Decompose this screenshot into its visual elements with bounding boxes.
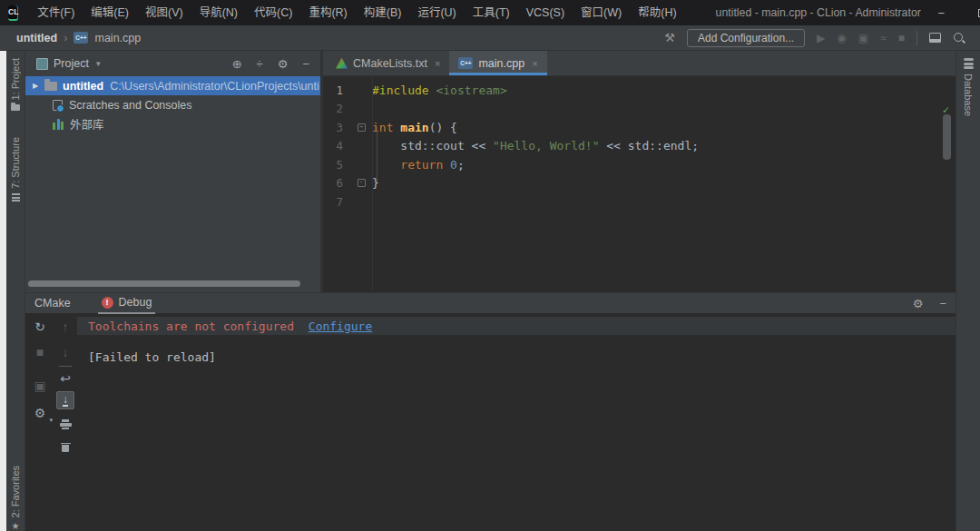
line-number: 7	[323, 195, 350, 209]
print-icon[interactable]	[56, 415, 74, 433]
tree-row-scratches[interactable]: Scratches and Consoles	[25, 95, 320, 114]
code-editor[interactable]: ✓ 1#include <iostream>23−int main() {4 s…	[323, 76, 956, 291]
breadcrumb-project[interactable]: untitled	[16, 32, 57, 44]
project-tool-window: Project ▾ ⊕ ÷ ⚙ − ▶ untitled C:\Users\Ad…	[25, 51, 320, 292]
code-line-4[interactable]: 4 std::cout << "Hello, World!" << std::e…	[323, 137, 956, 156]
configure-link[interactable]: Configure	[309, 320, 372, 333]
cmake-panel-title[interactable]: CMake	[34, 297, 71, 310]
soft-wrap-icon[interactable]: ↩	[56, 369, 74, 388]
scratches-icon	[53, 100, 63, 111]
clear-all-icon[interactable]	[56, 438, 74, 456]
menu-item-3[interactable]: 导航(N)	[191, 0, 246, 25]
tab-main-cpp[interactable]: C++ main.cpp ×	[449, 51, 546, 75]
debug-tab-label: Debug	[119, 296, 152, 309]
fold-gutter[interactable]: −	[350, 123, 372, 132]
navigation-toolbar: untitled › C++ main.cpp ⚒ Add Configurat…	[0, 25, 980, 51]
structure-icon	[12, 193, 20, 202]
favorites-stripe-label: 2: Favorites	[10, 466, 21, 517]
tree-item-name: Scratches and Consoles	[69, 99, 192, 112]
expand-arrow-icon[interactable]: ▶	[33, 82, 40, 90]
toolwindow-button-structure[interactable]: 7: Structure	[6, 137, 24, 202]
code-line-1[interactable]: 1#include <iostream>	[323, 81, 956, 100]
add-configuration-button[interactable]: Add Configuration...	[687, 29, 805, 47]
line-number: 4	[323, 139, 350, 152]
menu-item-0[interactable]: 文件(F)	[29, 0, 83, 25]
tree-row-external-libraries[interactable]: 外部库	[25, 114, 320, 133]
line-number: 2	[323, 102, 350, 115]
locate-file-icon[interactable]: ⊕	[232, 57, 242, 71]
code-line-5[interactable]: 5 return 0;	[323, 155, 956, 174]
code-line-6[interactable]: 6·}	[323, 174, 956, 193]
project-panel-actions: ⊕ ÷ ⚙ −	[232, 51, 309, 76]
cmake-panel-actions: ⚙ −	[913, 297, 956, 310]
project-tree: ▶ untitled C:\Users\Administrator\CLionP…	[25, 76, 320, 133]
breadcrumb-separator-icon: ›	[64, 31, 67, 44]
menu-item-10[interactable]: 窗口(W)	[573, 0, 630, 25]
cpp-file-icon: C++	[458, 57, 473, 69]
menu-item-5[interactable]: 重构(R)	[300, 0, 355, 25]
build-hammer-icon[interactable]: ⚒	[664, 32, 675, 44]
collapse-all-icon[interactable]: ÷	[257, 57, 263, 71]
menu-item-6[interactable]: 构建(B)	[356, 0, 410, 25]
external-libraries-icon	[53, 119, 64, 130]
debug-icon[interactable]: ◉	[837, 32, 846, 44]
settings-gear-icon[interactable]: ⚙	[31, 404, 49, 422]
toolwindow-button-database[interactable]: Database	[956, 58, 980, 116]
structure-stripe-label: 7: Structure	[10, 137, 21, 189]
toolwindow-button-favorites[interactable]: 2: Favorites ★	[6, 466, 24, 531]
code-line-2[interactable]: 2	[323, 100, 956, 119]
console-info-line: [Failed to reload]	[77, 350, 956, 364]
code-line-7[interactable]: 7	[323, 192, 956, 211]
coverage-icon[interactable]: ▣	[858, 32, 868, 44]
menu-item-7[interactable]: 运行(U)	[409, 0, 464, 25]
breadcrumb-file[interactable]: main.cpp	[94, 32, 141, 44]
hide-panel-icon[interactable]: −	[939, 297, 946, 310]
menu-item-2[interactable]: 视图(V)	[137, 0, 191, 25]
fold-marker-icon[interactable]: −	[358, 123, 366, 132]
menu-item-1[interactable]: 编辑(E)	[83, 0, 137, 25]
toolwindow-button-project[interactable]: 1: Project	[6, 58, 24, 111]
hide-panel-icon[interactable]: −	[302, 57, 309, 71]
project-stripe-label: 1: Project	[10, 58, 21, 100]
panel-settings-gear-icon[interactable]: ⚙	[913, 297, 924, 310]
window-title: untitled - main.cpp - CLion - Administra…	[716, 6, 921, 19]
minimize-button[interactable]: −	[921, 0, 962, 25]
tab-cmakelists[interactable]: CMakeLists.txt ×	[327, 51, 449, 75]
toolbar-divider	[59, 366, 72, 367]
editor-tab-bar: CMakeLists.txt × C++ main.cpp ×	[323, 51, 956, 76]
line-number: 5	[323, 158, 350, 172]
down-arrow-icon[interactable]: ↓	[56, 343, 74, 361]
filter-icon[interactable]: ▣	[31, 377, 49, 395]
project-horizontal-scrollbar[interactable]	[28, 280, 300, 287]
maximize-button[interactable]	[962, 0, 980, 25]
fold-marker-icon[interactable]: ·	[358, 179, 366, 187]
project-panel-header: Project ▾ ⊕ ÷ ⚙ −	[25, 51, 320, 76]
up-arrow-icon[interactable]: ↑	[56, 318, 74, 336]
stop-icon[interactable]: ■	[898, 32, 905, 44]
menu-item-8[interactable]: 工具(T)	[465, 0, 518, 25]
database-stripe-label: Database	[963, 74, 974, 116]
tree-row-untitled[interactable]: ▶ untitled C:\Users\Administrator\CLionP…	[25, 76, 320, 95]
editor-scrollbar[interactable]	[943, 114, 951, 160]
fold-gutter[interactable]: ·	[350, 179, 372, 187]
menu-item-9[interactable]: VCS(S)	[518, 0, 573, 25]
tree-item-name: untitled	[63, 80, 103, 93]
right-tool-stripe: Database	[956, 51, 980, 531]
panel-settings-gear-icon[interactable]: ⚙	[278, 57, 289, 71]
scroll-to-end-icon[interactable]: ↓	[56, 391, 74, 409]
tab-debug[interactable]: ! Debug	[98, 293, 156, 314]
reload-cmake-icon[interactable]: ↻	[31, 318, 49, 336]
stop-icon[interactable]: ■	[31, 343, 49, 361]
menu-item-4[interactable]: 代码(C)	[246, 0, 300, 25]
chevron-down-icon[interactable]: ▾	[96, 59, 101, 68]
code-line-3[interactable]: 3−int main() {	[323, 118, 956, 137]
tool-windows-icon[interactable]	[929, 33, 941, 43]
project-panel-title[interactable]: Project	[54, 57, 89, 70]
profiler-icon[interactable]: ≈	[880, 32, 887, 44]
menu-item-11[interactable]: 帮助(H)	[630, 0, 684, 25]
close-tab-icon[interactable]: ×	[435, 58, 440, 69]
close-tab-icon[interactable]: ×	[532, 58, 537, 69]
run-icon[interactable]: ▶	[817, 32, 825, 44]
search-everywhere-icon[interactable]	[953, 32, 965, 44]
clion-logo-icon: CL	[8, 5, 18, 21]
